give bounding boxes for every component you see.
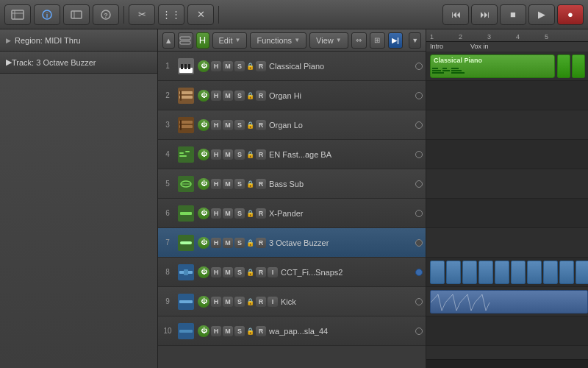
r-btn[interactable]: R xyxy=(256,208,266,219)
r-btn[interactable]: R xyxy=(256,326,266,336)
functions-btn[interactable]: Functions ▼ xyxy=(250,32,306,49)
power-btn[interactable]: ⏻ xyxy=(198,208,209,219)
m-btn[interactable]: M xyxy=(223,179,233,189)
power-btn[interactable]: ⏻ xyxy=(198,325,209,337)
audio-block-8g[interactable] xyxy=(527,261,542,284)
toolbar-btn-3[interactable] xyxy=(63,4,90,25)
fast-forward-button[interactable]: ⏭ xyxy=(471,4,498,25)
m-btn[interactable]: M xyxy=(223,149,233,160)
rewind-button[interactable]: ⏮ xyxy=(442,4,469,25)
h-btn[interactable]: H xyxy=(211,208,221,219)
h-btn[interactable]: H xyxy=(211,238,221,248)
toolbar-btn-1[interactable] xyxy=(4,4,31,25)
collapse-btn[interactable]: ▼ xyxy=(409,32,421,49)
m-btn[interactable]: M xyxy=(223,297,233,307)
i-btn[interactable]: I xyxy=(268,297,278,307)
s-btn[interactable]: S xyxy=(234,61,245,71)
audio-block-8h[interactable] xyxy=(543,261,558,284)
m-btn[interactable]: M xyxy=(223,208,233,219)
s-btn[interactable]: S xyxy=(234,120,245,130)
power-btn[interactable]: ⏻ xyxy=(198,90,209,102)
power-btn[interactable]: ⏻ xyxy=(198,237,209,249)
tracks-icon-btn[interactable] xyxy=(178,32,193,49)
midi-icon-btn[interactable]: ▶| xyxy=(388,32,404,49)
r-btn[interactable]: R xyxy=(256,179,266,189)
s-btn[interactable]: S xyxy=(234,179,245,189)
track-row[interactable]: 5 ⏻ H M S 🔒 R Bass Sub xyxy=(158,169,426,199)
r-btn[interactable]: R xyxy=(256,149,266,160)
audio-block-8d[interactable] xyxy=(478,261,493,284)
audio-block-8b[interactable] xyxy=(446,261,461,284)
track-row[interactable]: 4 ⏻ H M S 🔒 R EN Fast xyxy=(158,140,426,169)
toolbar-btn-scissors[interactable]: ✂ xyxy=(129,4,155,25)
track-row[interactable]: 2 ⏻ H M S 🔒 R Organ H xyxy=(158,81,426,110)
block-1b[interactable] xyxy=(557,54,570,78)
h-btn[interactable]: H xyxy=(211,91,221,101)
h-btn[interactable]: H xyxy=(211,61,221,71)
toolbar-btn-cut[interactable]: ✕ xyxy=(187,4,214,25)
r-btn[interactable]: R xyxy=(256,120,266,130)
audio-block-8f[interactable] xyxy=(511,261,526,284)
power-btn[interactable]: ⏻ xyxy=(198,119,209,131)
power-btn[interactable]: ⏻ xyxy=(198,296,209,308)
track-row[interactable]: 1 ⏻ H M S 🔒 R xyxy=(158,52,426,81)
s-btn[interactable]: S xyxy=(234,149,245,160)
resize-icon-btn[interactable]: ⇔ xyxy=(351,32,367,49)
toolbar-btn-2[interactable]: i xyxy=(34,4,60,25)
h-btn[interactable]: H xyxy=(211,179,221,189)
r-btn[interactable]: R xyxy=(256,297,266,307)
view-btn[interactable]: View ▼ xyxy=(309,32,348,49)
power-btn[interactable]: ⏻ xyxy=(198,178,209,190)
track-row[interactable]: 9 ⏻ H M S 🔒 R I Kick xyxy=(158,287,426,316)
m-btn[interactable]: M xyxy=(223,238,233,248)
toolbar-btn-4[interactable]: ? xyxy=(93,4,119,25)
s-btn[interactable]: S xyxy=(234,238,245,248)
power-btn[interactable]: ⏻ xyxy=(198,266,209,278)
r-btn[interactable]: R xyxy=(256,61,266,71)
m-btn[interactable]: M xyxy=(223,326,233,336)
r-btn[interactable]: R xyxy=(256,238,266,248)
link-icon-btn[interactable]: ⊞ xyxy=(370,32,385,49)
s-btn[interactable]: S xyxy=(234,297,245,307)
scrollbar[interactable] xyxy=(426,359,588,368)
s-btn[interactable]: S xyxy=(234,267,245,277)
toolbar-btn-equalizer[interactable]: ⋮⋮ xyxy=(158,4,184,25)
track-row[interactable]: 8 ⏻ H M S 🔒 R I CCT_Fi.. xyxy=(158,258,426,287)
i-btn[interactable]: I xyxy=(268,267,278,277)
m-btn[interactable]: M xyxy=(223,267,233,277)
h-btn[interactable]: H xyxy=(211,120,221,130)
audio-block-8i[interactable] xyxy=(559,261,574,284)
play-button[interactable]: ▶ xyxy=(528,4,555,25)
track-row[interactable]: 10 ⏻ H M S 🔒 R wa_pap...sla_44 xyxy=(158,316,426,346)
r-btn[interactable]: R xyxy=(256,91,266,101)
track-row[interactable]: 3 ⏻ H M S 🔒 R Organ L xyxy=(158,110,426,140)
audio-block-8e[interactable] xyxy=(495,261,509,284)
m-btn[interactable]: M xyxy=(223,61,233,71)
power-btn[interactable]: ⏻ xyxy=(198,149,209,160)
record-button[interactable]: ● xyxy=(557,4,584,25)
h-btn[interactable]: H xyxy=(211,326,221,336)
s-btn[interactable]: S xyxy=(234,91,245,101)
s-btn[interactable]: S xyxy=(234,326,245,336)
stop-button[interactable]: ■ xyxy=(500,4,526,25)
track-row-selected[interactable]: 7 ⏻ H M S 🔒 R 3 Octave Buzzer xyxy=(158,228,426,258)
power-btn[interactable]: ⏻ xyxy=(198,60,209,72)
track-header[interactable]: ▶ Track: 3 Octave Buzzer xyxy=(0,52,157,74)
tracks-nav-up[interactable]: ▲ xyxy=(162,32,175,49)
m-btn[interactable]: M xyxy=(223,91,233,101)
edit-btn[interactable]: Edit ▼ xyxy=(212,32,248,49)
kick-block[interactable] xyxy=(430,290,588,314)
audio-block-8c[interactable] xyxy=(462,261,477,284)
r-btn[interactable]: R xyxy=(256,267,266,277)
s-btn[interactable]: S xyxy=(234,208,245,219)
region-header[interactable]: ▶ Region: MIDI Thru xyxy=(0,29,157,52)
block-1c[interactable] xyxy=(572,54,585,78)
classical-piano-block[interactable]: Classical Piano xyxy=(430,54,555,78)
m-btn[interactable]: M xyxy=(223,120,233,130)
audio-block-8j[interactable] xyxy=(576,261,588,284)
audio-block-8a[interactable] xyxy=(430,261,445,284)
h-btn[interactable]: H xyxy=(211,267,221,277)
track-row[interactable]: 6 ⏻ H M S 🔒 R X-Pander xyxy=(158,199,426,228)
h-btn[interactable]: H xyxy=(211,149,221,160)
h-btn[interactable]: H xyxy=(211,297,221,307)
